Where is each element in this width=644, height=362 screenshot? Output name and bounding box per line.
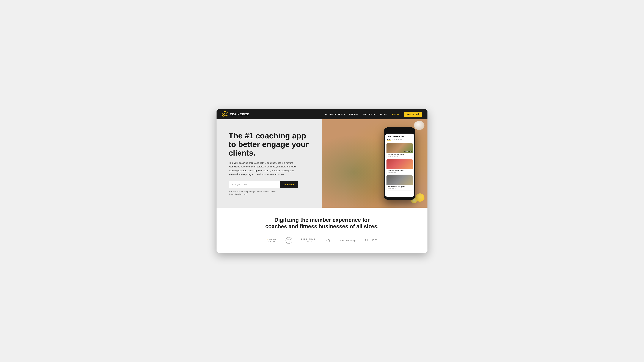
meal-card-info-3: Grilled Salmon with Quinoa Dinner · 520 … — [386, 185, 413, 190]
burn-boot-camp-logo: burn boot camp — [340, 239, 356, 242]
golds-gym-logo: GOLD'SGYM — [286, 237, 292, 244]
meal-card-1: Roxanna Un Ahi Tuna with Soy Sauce Break… — [386, 143, 413, 158]
nav-link-business-types[interactable]: BUSINESS TYPES — [325, 113, 345, 115]
brand-anytime-fitness: ⚡ ANYTIME FITNESS — [266, 239, 276, 242]
meal-meta-2: Snack · 205 Cal — [388, 172, 412, 173]
navbar: TRAINERIZE BUSINESS TYPES PRICING FEATUR… — [216, 109, 428, 119]
phone-app-title: Smart Meal Planner — [387, 135, 412, 137]
bowl-decoration — [414, 121, 424, 130]
alloy-logo: ALLOY — [364, 239, 378, 242]
brands-heading: Digitizing the member experience for coa… — [265, 217, 379, 230]
meal-name-3: Grilled Salmon with Quinoa — [388, 186, 412, 187]
nav-item-pricing[interactable]: PRICING — [349, 113, 358, 116]
nav-get-started-button[interactable]: Get started — [404, 112, 422, 117]
nav-item-business-types[interactable]: BUSINESS TYPES — [325, 113, 345, 116]
nav-link-pricing[interactable]: PRICING — [349, 113, 358, 115]
day-tab-2[interactable]: DAY 2 — [392, 138, 397, 141]
brand-logo-icon — [222, 111, 228, 117]
nav-cta-item: Get started — [404, 112, 422, 117]
nav-item-about[interactable]: ABOUT — [380, 113, 387, 116]
brand-ymca: the Y — [324, 238, 330, 243]
fine-print-line2: No credit card required. — [228, 193, 248, 195]
meal-card-img-3 — [386, 175, 413, 185]
meal-name-1: Ahi Tuna with Soy Sauce — [388, 154, 412, 155]
fine-print-line1: Start your trial and enjoy 30 days free … — [228, 190, 276, 193]
nav-link-about[interactable]: ABOUT — [380, 113, 387, 115]
meal-card-info-1: Ahi Tuna with Soy Sauce Breakfast · 485 … — [386, 153, 413, 158]
nav-link-sign-in[interactable]: SIGN IN — [392, 113, 399, 115]
meal-card-img-2 — [386, 159, 413, 169]
brand-golds-gym: GOLD'SGYM — [286, 237, 292, 244]
brand-name: TRAINERIZE — [230, 113, 249, 116]
meal-card-info-2: Apple and Peanut Butter Snack · 205 Cal — [386, 169, 413, 174]
brand-link[interactable]: TRAINERIZE — [222, 111, 249, 117]
nav-link-features[interactable]: FEATURES — [362, 113, 375, 115]
brands-section: Digitizing the member experience for coa… — [216, 208, 428, 253]
meal-card-img-1: Roxanna Un — [386, 143, 413, 153]
phone-screen: Smart Meal Planner DAY 1 DAY 2 DAY 3 Rox… — [385, 134, 414, 197]
phone-day-tabs: DAY 1 DAY 2 DAY 3 — [387, 138, 412, 141]
meal-meta-3: Dinner · 520 Cal — [388, 188, 412, 189]
meal-name-2: Apple and Peanut Butter — [388, 170, 412, 171]
brands-logos: ⚡ ANYTIME FITNESS GOLD'SGYM LIFE TIME TR… — [222, 237, 422, 244]
meal-card-2: Apple and Peanut Butter Snack · 205 Cal — [386, 159, 413, 174]
day-tab-1[interactable]: DAY 1 — [387, 138, 391, 141]
navbar-nav: BUSINESS TYPES PRICING FEATURES ABOUT SI… — [325, 112, 422, 117]
phone-notch — [394, 129, 406, 132]
hero-description: Take your coaching online and deliver an… — [228, 161, 298, 176]
ymca-logo: the Y — [324, 238, 330, 243]
day-tab-3[interactable]: DAY 3 — [398, 138, 402, 141]
brand-lifetime: LIFE TIME TRAINING — [301, 238, 316, 243]
nav-item-features[interactable]: FEATURES — [362, 113, 375, 116]
lifetime-logo: LIFE TIME TRAINING — [301, 238, 316, 243]
hero-left: The #1 coaching app to better engage you… — [216, 119, 322, 208]
hero-right: Smart Meal Planner DAY 1 DAY 2 DAY 3 Rox… — [322, 119, 428, 208]
hero-form: Get started — [228, 181, 298, 188]
meal-card-3: Grilled Salmon with Quinoa Dinner · 520 … — [386, 175, 413, 190]
page-wrapper: TRAINERIZE BUSINESS TYPES PRICING FEATUR… — [216, 109, 428, 253]
phone-content: Roxanna Un Ahi Tuna with Soy Sauce Break… — [385, 142, 414, 193]
phone-mockup: Smart Meal Planner DAY 1 DAY 2 DAY 3 Rox… — [384, 127, 416, 200]
brand-burn-boot-camp: burn boot camp — [340, 239, 356, 242]
hero-fine-print: Start your trial and enjoy 30 days free … — [228, 190, 313, 196]
hero-heading: The #1 coaching app to better engage you… — [228, 131, 313, 157]
brand-alloy: ALLOY — [364, 239, 378, 242]
phone-header: Smart Meal Planner DAY 1 DAY 2 DAY 3 — [385, 134, 414, 142]
nav-item-sign-in[interactable]: SIGN IN — [392, 113, 399, 116]
meal-meta-1: Breakfast · 485 Cal — [388, 156, 412, 157]
email-input[interactable] — [228, 181, 280, 188]
anytime-fitness-logo: ⚡ ANYTIME FITNESS — [266, 239, 276, 242]
hero-get-started-button[interactable]: Get started — [280, 181, 298, 188]
meal-img-label-1: Roxanna Un — [404, 151, 412, 152]
hero-section: The #1 coaching app to better engage you… — [216, 119, 428, 208]
